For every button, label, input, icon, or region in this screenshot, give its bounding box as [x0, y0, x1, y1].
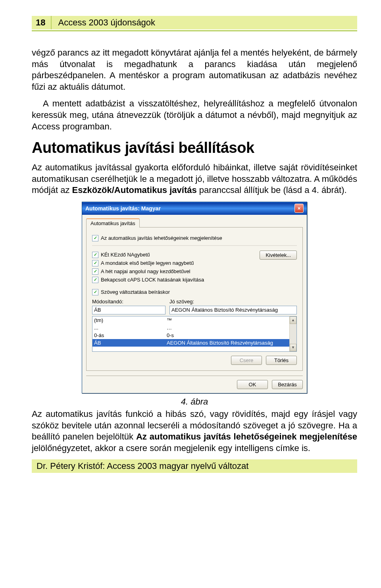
tabbar: Automatikus javítás	[86, 218, 303, 227]
checkbox-icon[interactable]: ✓	[92, 252, 98, 258]
list-cell: …	[167, 325, 295, 331]
list-cell: (tm)	[94, 317, 167, 323]
checkbox-label: Bekapcsolt cAPS LOCK hatásának kijavítás…	[101, 277, 204, 283]
replace-label: Módosítandó:	[92, 299, 165, 305]
dialog-buttons: OK Bezárás	[86, 380, 303, 389]
checkbox-icon[interactable]: ✓	[92, 235, 98, 241]
checkbox-row[interactable]: ✓ Bekapcsolt cAPS LOCK hatásának kijavít…	[92, 277, 260, 283]
list-item-selected[interactable]: ÁB AEGON Általános Biztosító Részvénytár…	[92, 339, 296, 347]
text: jelölőnégyzetet, akkor a csere során meg…	[32, 443, 310, 453]
delete-button[interactable]: Törlés	[266, 356, 297, 365]
with-label: Jó szöveg:	[169, 299, 297, 305]
dialog-title: Automatikus javítás: Magyar	[85, 205, 161, 212]
replace-button[interactable]: Csere	[231, 356, 262, 365]
checkbox-row[interactable]: ✓ A hét napjai angolul nagy kezdőbetűvel	[92, 268, 260, 275]
paragraph: végző parancs az itt megadott könyvtárat…	[32, 47, 357, 93]
menu-path: Eszközök/Automatikus javítás	[72, 185, 197, 195]
list-cell: ÁB	[94, 340, 167, 346]
list-cell: ...	[94, 325, 167, 331]
paragraph: Az automatikus javítás funkció a hibás s…	[32, 409, 357, 454]
checkbox-icon[interactable]: ✓	[92, 289, 98, 295]
list-cell: AEGON Általános Biztosító Részvénytársas…	[167, 340, 295, 346]
divider	[92, 245, 297, 246]
checkbox-icon[interactable]: ✓	[92, 268, 98, 275]
footer-credit: Dr. Pétery Kristóf: Access 2003 magyar n…	[32, 459, 357, 473]
exceptions-button[interactable]: Kivételek...	[260, 251, 297, 260]
titlebar[interactable]: Automatikus javítás: Magyar ×	[82, 202, 307, 215]
header-rule	[32, 30, 357, 31]
checkbox-label: KÉt KEzdő NAgybetű	[101, 252, 150, 258]
bold-term: Az automatikus javítás lehetőségeinek me…	[136, 432, 357, 441]
page-number: 18	[32, 16, 52, 29]
ok-button[interactable]: OK	[237, 380, 268, 389]
list-item[interactable]: ... …	[92, 324, 296, 332]
replace-input[interactable]	[92, 306, 165, 314]
checkbox-label: Szöveg változtatása beíráskor	[101, 289, 170, 295]
checkbox-icon[interactable]: ✓	[92, 260, 98, 266]
text: paranccsal állítjuk be (lásd a 4. ábrát)…	[197, 185, 347, 195]
list-item[interactable]: 0-ás 0-s	[92, 332, 296, 339]
checkbox-icon[interactable]: ✓	[92, 277, 98, 283]
checkbox-row[interactable]: ✓ Szöveg változtatása beíráskor	[92, 289, 297, 295]
scrollbar[interactable]: ▲ ▼	[289, 316, 296, 351]
tab-pane: ✓ Az automatikus javítás lehetőségeinek …	[86, 227, 303, 371]
close-button[interactable]: Bezárás	[272, 380, 303, 389]
tab-autocorrect[interactable]: Automatikus javítás	[86, 218, 140, 227]
dialog-body: Automatikus javítás ✓ Az automatikus jav…	[82, 215, 307, 393]
page-header: 18 Access 2003 újdonságok	[32, 16, 357, 31]
list-cell: 0-ás	[94, 332, 167, 338]
checkbox-label: Az automatikus javítás lehetőségeinek me…	[101, 235, 222, 241]
divider	[86, 376, 303, 376]
list-item[interactable]: (tm) ™	[92, 316, 296, 324]
section-heading: Automatikus javítási beállítások	[32, 139, 357, 156]
autocorrect-list[interactable]: (tm) ™ ... … 0-ás 0-s ÁB AEGON Általános…	[92, 316, 297, 352]
checkbox-row[interactable]: ✓ A mondatok első betűje legyen nagybetű	[92, 260, 260, 266]
list-cell: ™	[167, 317, 295, 323]
with-input[interactable]	[169, 306, 297, 314]
checkbox-row[interactable]: ✓ Az automatikus javítás lehetőségeinek …	[92, 235, 297, 241]
autocorrect-dialog: Automatikus javítás: Magyar × Automatiku…	[82, 202, 307, 393]
checkbox-row[interactable]: ✓ KÉt KEzdő NAgybetű	[92, 252, 260, 258]
scroll-down-icon[interactable]: ▼	[290, 344, 296, 351]
replace-fields: Módosítandó: Jó szöveg:	[92, 299, 297, 314]
scroll-up-icon[interactable]: ▲	[290, 316, 296, 324]
checkbox-label: A hét napjai angolul nagy kezdőbetűvel	[101, 268, 190, 274]
paragraph: Az automatikus javítással gyakorta előfo…	[32, 162, 357, 196]
list-cell: 0-s	[167, 332, 295, 338]
close-icon[interactable]: ×	[294, 204, 304, 213]
page-title: Access 2003 újdonságok	[52, 16, 357, 29]
checkbox-label: A mondatok első betűje legyen nagybetű	[101, 260, 194, 266]
page: 18 Access 2003 újdonságok végző parancs …	[0, 0, 381, 481]
paragraph: A mentett adatbázist a visszatöltéshez, …	[32, 98, 357, 132]
figure-caption: 4. ábra	[32, 397, 357, 407]
list-buttons: Csere Törlés	[92, 356, 297, 365]
